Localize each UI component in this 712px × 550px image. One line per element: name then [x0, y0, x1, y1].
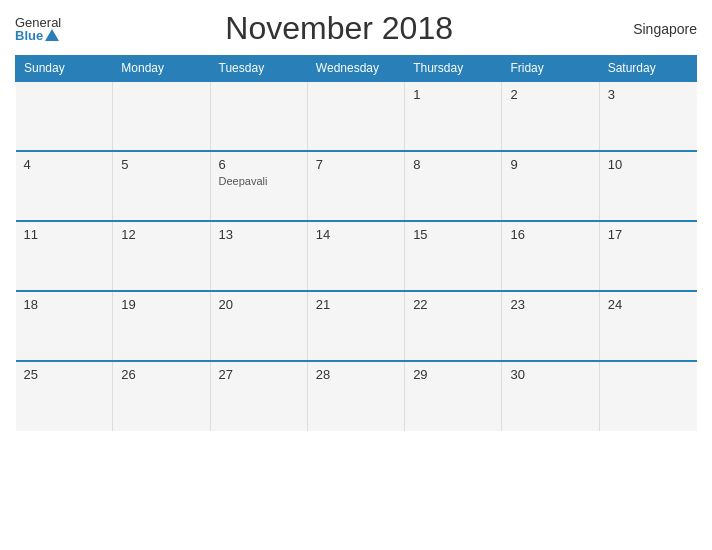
calendar-cell: 21	[307, 291, 404, 361]
day-number: 21	[316, 297, 396, 312]
day-number: 24	[608, 297, 689, 312]
day-number: 16	[510, 227, 590, 242]
calendar-cell	[16, 81, 113, 151]
header-tuesday: Tuesday	[210, 56, 307, 82]
day-number: 17	[608, 227, 689, 242]
day-number: 27	[219, 367, 299, 382]
calendar-header: Sunday Monday Tuesday Wednesday Thursday…	[16, 56, 697, 82]
calendar-cell	[113, 81, 210, 151]
calendar-cell: 4	[16, 151, 113, 221]
day-number: 1	[413, 87, 493, 102]
day-number: 12	[121, 227, 201, 242]
day-event: Deepavali	[219, 175, 299, 187]
calendar-week-4: 18192021222324	[16, 291, 697, 361]
calendar-cell: 30	[502, 361, 599, 431]
calendar-cell: 11	[16, 221, 113, 291]
day-number: 25	[24, 367, 105, 382]
day-number: 3	[608, 87, 689, 102]
calendar-cell: 17	[599, 221, 696, 291]
calendar-week-1: 123	[16, 81, 697, 151]
calendar-cell: 3	[599, 81, 696, 151]
day-number: 4	[24, 157, 105, 172]
calendar-cell: 5	[113, 151, 210, 221]
logo-row: Blue	[15, 29, 59, 42]
day-number: 15	[413, 227, 493, 242]
calendar-cell: 29	[405, 361, 502, 431]
calendar-container: General Blue November 2018 Singapore Sun…	[0, 0, 712, 550]
day-number: 11	[24, 227, 105, 242]
logo-general-text: General	[15, 16, 61, 29]
calendar-cell: 7	[307, 151, 404, 221]
calendar-cell: 16	[502, 221, 599, 291]
calendar-week-2: 456Deepavali78910	[16, 151, 697, 221]
calendar-cell: 12	[113, 221, 210, 291]
calendar-cell: 18	[16, 291, 113, 361]
weekday-header-row: Sunday Monday Tuesday Wednesday Thursday…	[16, 56, 697, 82]
calendar-cell: 9	[502, 151, 599, 221]
day-number: 8	[413, 157, 493, 172]
calendar-cell: 20	[210, 291, 307, 361]
header: General Blue November 2018 Singapore	[15, 10, 697, 47]
day-number: 6	[219, 157, 299, 172]
calendar-cell: 13	[210, 221, 307, 291]
day-number: 10	[608, 157, 689, 172]
calendar-cell: 1	[405, 81, 502, 151]
calendar-cell	[210, 81, 307, 151]
header-friday: Friday	[502, 56, 599, 82]
day-number: 30	[510, 367, 590, 382]
calendar-cell: 6Deepavali	[210, 151, 307, 221]
calendar-cell	[599, 361, 696, 431]
calendar-cell: 10	[599, 151, 696, 221]
header-sunday: Sunday	[16, 56, 113, 82]
header-saturday: Saturday	[599, 56, 696, 82]
day-number: 9	[510, 157, 590, 172]
calendar-cell: 2	[502, 81, 599, 151]
day-number: 20	[219, 297, 299, 312]
calendar-cell: 23	[502, 291, 599, 361]
day-number: 14	[316, 227, 396, 242]
day-number: 13	[219, 227, 299, 242]
day-number: 19	[121, 297, 201, 312]
calendar-week-3: 11121314151617	[16, 221, 697, 291]
calendar-cell: 19	[113, 291, 210, 361]
day-number: 5	[121, 157, 201, 172]
calendar-cell: 28	[307, 361, 404, 431]
calendar-cell: 25	[16, 361, 113, 431]
logo: General Blue	[15, 16, 61, 42]
calendar-cell: 27	[210, 361, 307, 431]
day-number: 28	[316, 367, 396, 382]
header-monday: Monday	[113, 56, 210, 82]
calendar-cell: 14	[307, 221, 404, 291]
day-number: 23	[510, 297, 590, 312]
day-number: 26	[121, 367, 201, 382]
calendar-cell	[307, 81, 404, 151]
calendar-week-5: 252627282930	[16, 361, 697, 431]
calendar-cell: 24	[599, 291, 696, 361]
calendar-grid: Sunday Monday Tuesday Wednesday Thursday…	[15, 55, 697, 431]
calendar-cell: 22	[405, 291, 502, 361]
logo-triangle-icon	[45, 29, 59, 41]
day-number: 18	[24, 297, 105, 312]
header-wednesday: Wednesday	[307, 56, 404, 82]
day-number: 22	[413, 297, 493, 312]
day-number: 7	[316, 157, 396, 172]
day-number: 29	[413, 367, 493, 382]
calendar-body: 123456Deepavali7891011121314151617181920…	[16, 81, 697, 431]
location-label: Singapore	[617, 21, 697, 37]
day-number: 2	[510, 87, 590, 102]
calendar-cell: 8	[405, 151, 502, 221]
calendar-cell: 26	[113, 361, 210, 431]
header-thursday: Thursday	[405, 56, 502, 82]
calendar-title: November 2018	[61, 10, 617, 47]
logo-blue-text: Blue	[15, 29, 43, 42]
calendar-cell: 15	[405, 221, 502, 291]
